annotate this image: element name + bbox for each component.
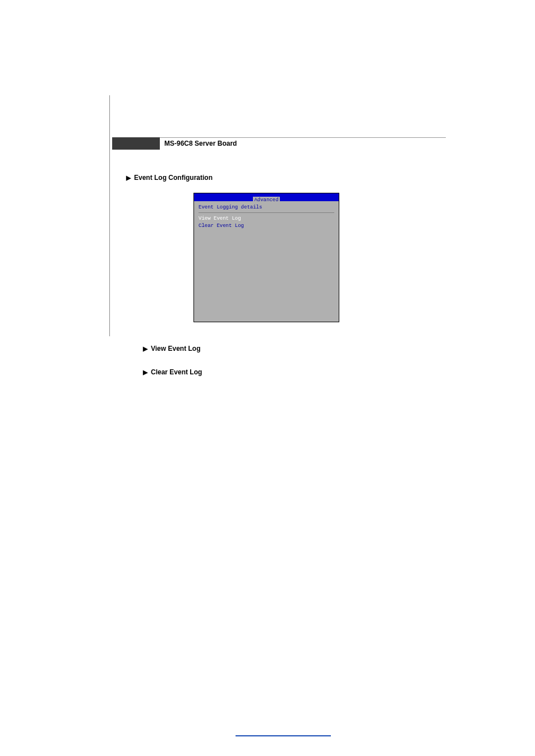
bios-item-clear-event-log: Clear Event Log [199,222,334,230]
page-title: MS-96C8 Server Board [164,140,237,147]
bios-divider [199,212,334,213]
sub-items: ▶View Event Log ▶Clear Event Log [126,345,446,376]
sub-item-label: Clear Event Log [151,368,202,376]
bios-header: Advanced [194,193,339,201]
bios-body: Event Logging details View Event Log Cle… [194,201,339,322]
bios-tab-advanced: Advanced [253,197,279,204]
arrow-right-icon: ▶ [126,174,131,181]
section-title-text: Event Log Configuration [134,174,213,182]
section-container: ▶Event Log Configuration Advanced Event … [109,174,446,376]
arrow-right-icon: ▶ [143,369,147,375]
sub-item-clear-event-log: ▶Clear Event Log [143,368,446,376]
sub-item-label: View Event Log [151,345,200,353]
arrow-right-icon: ▶ [143,345,147,352]
bios-screenshot: Advanced Event Logging details View Even… [193,193,339,322]
section-title: ▶Event Log Configuration [126,174,446,182]
sub-item-view-event-log: ▶View Event Log [143,345,446,353]
footer-link-underline [236,735,331,736]
bios-panel-title: Event Logging details [199,205,334,210]
header-underline [112,137,446,138]
bios-item-view-event-log: View Event Log [199,215,334,222]
header-bar [112,137,160,150]
